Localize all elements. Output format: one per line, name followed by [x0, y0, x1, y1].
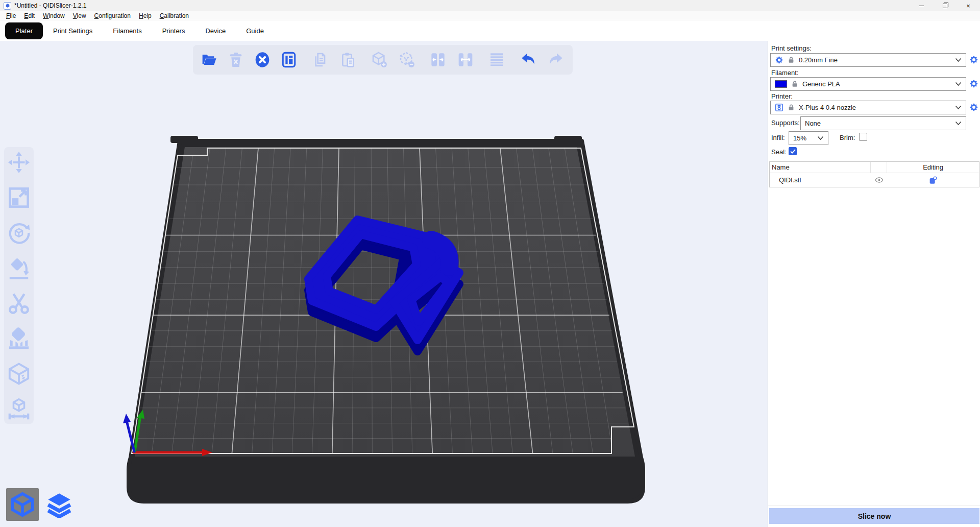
build-plate-scene	[0, 41, 768, 527]
tab-bar: Plater Print Settings Filaments Printers…	[0, 20, 980, 41]
preview-view-button[interactable]	[43, 488, 76, 521]
open-button[interactable]	[199, 50, 219, 70]
cut-tool[interactable]	[6, 290, 32, 317]
seal-checkbox[interactable]	[789, 147, 797, 155]
tab-print-settings[interactable]: Print Settings	[43, 22, 103, 39]
column-name: Name	[770, 162, 871, 173]
brim-label: Brim:	[840, 134, 855, 141]
paste-button[interactable]	[338, 50, 358, 70]
infill-label: Infill:	[771, 134, 785, 141]
gear-icon	[775, 56, 783, 64]
redo-button[interactable]	[546, 50, 566, 70]
window-title: *Untitled - QIDISlicer-1.2.1	[14, 2, 86, 9]
printer-select[interactable]: X-Plus 4 0.4 nozzle	[770, 101, 966, 114]
filament-value: Generic PLA	[802, 80, 840, 88]
objects-table: Name Editing QIDI.stl	[769, 161, 979, 187]
paint-supports-tool[interactable]	[6, 325, 32, 352]
place-on-face-tool[interactable]	[6, 255, 32, 281]
tab-plater[interactable]: Plater	[5, 22, 43, 39]
chevron-down-icon	[955, 82, 962, 86]
minimize-button[interactable]	[910, 0, 933, 11]
maximize-icon	[943, 4, 947, 8]
infill-select[interactable]: 15%	[789, 131, 828, 145]
filament-select[interactable]: Generic PLA	[770, 77, 966, 91]
filament-color-swatch	[775, 80, 787, 88]
column-editing: Editing	[887, 163, 979, 171]
seam-painting-tool[interactable]	[6, 361, 32, 387]
infill-value: 15%	[793, 134, 806, 142]
right-panel: Print settings: 0.20mm Fine Filament: Ge…	[768, 41, 980, 527]
menu-window[interactable]: Window	[39, 12, 69, 20]
lock-icon	[788, 104, 795, 111]
split-to-parts-button[interactable]	[455, 50, 476, 70]
rotate-tool[interactable]	[6, 220, 32, 246]
print-settings-gear-button[interactable]	[969, 55, 978, 64]
variable-layer-height-button[interactable]	[486, 50, 507, 70]
menu-configuration[interactable]: Configuration	[90, 12, 135, 20]
printer-label: Printer:	[771, 92, 793, 100]
close-icon: ×	[966, 3, 970, 9]
supports-value: None	[805, 119, 821, 127]
editor-view-button[interactable]	[6, 488, 39, 521]
split-to-objects-button[interactable]	[428, 50, 448, 70]
move-tool[interactable]	[6, 149, 32, 176]
print-settings-value: 0.20mm Fine	[799, 56, 838, 64]
printer-icon	[775, 103, 783, 112]
3d-viewport[interactable]	[0, 41, 768, 527]
delete-all-button[interactable]	[252, 50, 273, 70]
tab-device[interactable]: Device	[195, 22, 236, 39]
menu-edit[interactable]: Edit	[20, 12, 39, 20]
tab-guide[interactable]: Guide	[236, 22, 274, 39]
delete-button[interactable]	[226, 50, 246, 70]
printer-gear-button[interactable]	[969, 103, 978, 112]
chevron-down-icon	[955, 105, 962, 110]
brim-checkbox[interactable]	[859, 133, 867, 141]
menu-calibration[interactable]: Calibration	[156, 12, 193, 20]
table-row[interactable]: QIDI.stl	[770, 173, 979, 187]
close-button[interactable]: ×	[957, 0, 980, 11]
maximize-button[interactable]	[933, 0, 957, 11]
app-icon	[4, 2, 11, 10]
supports-select[interactable]: None	[800, 116, 966, 130]
objects-table-header: Name Editing	[770, 162, 979, 173]
undo-button[interactable]	[518, 50, 538, 70]
lock-icon	[791, 80, 798, 88]
chevron-down-icon	[955, 121, 962, 126]
slice-now-button[interactable]: Slice now	[769, 508, 979, 524]
print-settings-label: Print settings:	[771, 44, 812, 52]
column-visibility	[871, 162, 887, 173]
chevron-down-icon	[955, 58, 962, 62]
scale-tool[interactable]	[6, 184, 32, 211]
remove-instance-button[interactable]	[397, 50, 417, 70]
print-settings-select[interactable]: 0.20mm Fine	[770, 53, 966, 67]
filament-label: Filament:	[771, 69, 798, 77]
edit-icon[interactable]	[929, 176, 937, 184]
panel-separator	[768, 506, 980, 506]
eye-icon[interactable]	[875, 177, 884, 183]
copy-button[interactable]	[310, 50, 331, 70]
add-instance-button[interactable]	[369, 50, 389, 70]
printer-value: X-Plus 4 0.4 nozzle	[799, 104, 856, 111]
title-bar: *Untitled - QIDISlicer-1.2.1 ×	[0, 0, 980, 11]
menu-bar: File Edit Window View Configuration Help…	[0, 11, 980, 20]
menu-file[interactable]: File	[2, 12, 20, 20]
filament-gear-button[interactable]	[969, 79, 978, 88]
object-name: QIDI.stl	[770, 176, 871, 184]
tab-printers[interactable]: Printers	[152, 22, 195, 39]
arrange-button[interactable]	[279, 50, 299, 70]
lock-icon	[788, 56, 795, 64]
seal-label: Seal:	[771, 148, 787, 156]
supports-label: Supports:	[771, 119, 800, 127]
tab-filaments[interactable]: Filaments	[103, 22, 152, 39]
minimize-icon	[919, 6, 924, 6]
chevron-down-icon	[817, 136, 824, 140]
menu-help[interactable]: Help	[135, 12, 156, 20]
measure-tool[interactable]	[6, 396, 32, 422]
menu-view[interactable]: View	[69, 12, 90, 20]
